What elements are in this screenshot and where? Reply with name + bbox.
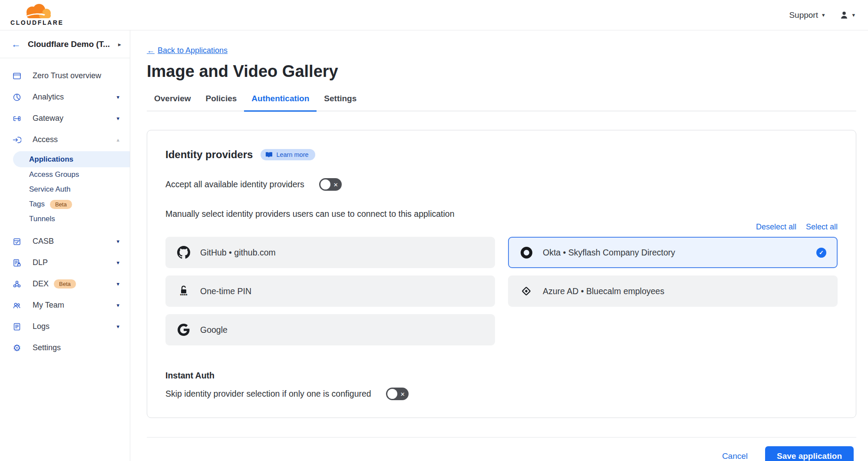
cloudflare-logo-text: CLOUDFLARE — [10, 19, 63, 26]
google-icon — [177, 324, 191, 336]
sidebar-item-applications[interactable]: Applications — [13, 151, 130, 167]
provider-label: Okta • Skyflash Company Directory — [543, 248, 675, 258]
deselect-all-link[interactable]: Deselect all — [756, 222, 796, 232]
toggle-x-icon: ✕ — [333, 181, 338, 188]
provider-label: GitHub • github.com — [200, 248, 276, 258]
account-name[interactable]: Cloudflare Demo (T... — [28, 40, 111, 49]
provider-label: Azure AD • Bluecalm employees — [543, 286, 664, 296]
accept-all-toggle[interactable]: ✕ — [319, 178, 342, 191]
cancel-button[interactable]: Cancel — [722, 451, 748, 461]
tab-authentication[interactable]: Authentication — [244, 94, 317, 112]
sidebar-item-tags[interactable]: Tags Beta — [0, 197, 130, 212]
sidebar-item-casb[interactable]: CASB ▾ — [0, 231, 130, 252]
beta-badge: Beta — [50, 200, 72, 209]
sidebar-header: ← Cloudflare Demo (T... ▸ — [0, 30, 130, 58]
instant-auth-title: Instant Auth — [165, 371, 838, 381]
identity-providers-card: Identity providers Learn more Accept all… — [147, 130, 856, 418]
chevron-down-icon: ▾ — [852, 12, 855, 18]
sidebar-item-my-team[interactable]: My Team ▾ — [0, 295, 130, 316]
sidebar-item-dex[interactable]: DEX Beta ▾ — [0, 273, 130, 295]
sidebar-item-tunnels[interactable]: Tunnels — [0, 212, 130, 226]
toggle-x-icon: ✕ — [400, 391, 405, 397]
sidebar-subitem-label: Applications — [29, 155, 73, 164]
chevron-right-icon[interactable]: ▸ — [118, 41, 121, 48]
azure-ad-icon — [519, 285, 533, 298]
support-menu[interactable]: Support ▾ — [789, 10, 825, 20]
svg-text:****: **** — [180, 293, 188, 298]
sidebar-item-logs[interactable]: Logs ▾ — [0, 316, 130, 337]
sidebar-item-service-auth[interactable]: Service Auth — [0, 182, 130, 197]
cloudflare-cloud-icon — [19, 4, 55, 19]
chevron-up-icon[interactable]: ▴ — [116, 136, 119, 143]
provider-azure-ad[interactable]: Azure AD • Bluecalm employees — [508, 275, 838, 307]
sidebar-item-access[interactable]: Access ▴ — [0, 129, 130, 150]
pie-chart-icon — [12, 93, 22, 102]
back-link-label: Back to Applications — [158, 46, 228, 55]
sidebar-subitem-label: Service Auth — [29, 185, 70, 194]
back-to-applications-link[interactable]: ← Back to Applications — [147, 46, 228, 55]
chevron-down-icon[interactable]: ▾ — [116, 259, 119, 266]
chevron-down-icon[interactable]: ▾ — [116, 94, 119, 100]
cloudflare-logo[interactable]: CLOUDFLARE — [10, 4, 63, 26]
sidebar-nav: Zero Trust overview Analytics ▾ — [0, 58, 130, 358]
sidebar-item-label: Zero Trust overview — [33, 71, 101, 80]
okta-icon — [519, 247, 533, 259]
sidebar-item-analytics[interactable]: Analytics ▾ — [0, 86, 130, 108]
accept-toggle-label: Accept all available identity providers — [165, 179, 304, 189]
sidebar-item-settings[interactable]: ⚙ Settings — [0, 337, 130, 358]
provider-google[interactable]: Google — [165, 314, 495, 345]
provider-one-time-pin[interactable]: **** One-time PIN — [165, 275, 495, 307]
top-bar: CLOUDFLARE Support ▾ ▾ — [0, 0, 868, 30]
chevron-down-icon[interactable]: ▾ — [116, 281, 119, 287]
select-all-link[interactable]: Select all — [806, 222, 838, 232]
sidebar-item-label: My Team — [33, 301, 64, 310]
sidebar-item-dlp[interactable]: DLP ▾ — [0, 252, 130, 273]
sidebar-item-label: Gateway — [33, 114, 63, 123]
sidebar: ← Cloudflare Demo (T... ▸ Zero Trust ove… — [0, 30, 130, 461]
provider-okta[interactable]: Okta • Skyflash Company Directory ✓ — [508, 237, 838, 268]
access-submenu: Applications Access Groups Service Auth … — [0, 150, 130, 231]
chevron-down-icon[interactable]: ▾ — [116, 302, 119, 308]
toggle-knob — [320, 179, 330, 189]
manual-select-text: Manually select identity providers users… — [165, 209, 838, 219]
user-icon — [839, 10, 849, 20]
doc-lines-icon — [12, 322, 22, 331]
back-arrow-icon[interactable]: ← — [11, 40, 21, 49]
one-time-pin-icon: **** — [177, 284, 191, 298]
toggle-knob — [387, 389, 397, 399]
sidebar-subitem-label: Tunnels — [29, 215, 55, 223]
card-heading: Identity providers — [165, 149, 253, 161]
learn-more-button[interactable]: Learn more — [261, 149, 315, 160]
tab-overview[interactable]: Overview — [147, 94, 198, 112]
save-application-button[interactable]: Save application — [765, 446, 854, 461]
provider-github[interactable]: GitHub • github.com — [165, 237, 495, 268]
footer-actions: Cancel Save application — [147, 438, 856, 461]
tab-policies[interactable]: Policies — [198, 94, 244, 112]
sidebar-item-label: DLP — [33, 258, 48, 267]
page-title: Image and Video Gallery — [147, 62, 856, 81]
gear-icon: ⚙ — [12, 343, 22, 352]
provider-grid: GitHub • github.com Okta • Skyflash Comp… — [165, 237, 838, 345]
sidebar-item-gateway[interactable]: Gateway ▾ — [0, 108, 130, 129]
user-menu[interactable]: ▾ — [839, 10, 855, 20]
learn-more-label: Learn more — [276, 151, 308, 158]
sidebar-item-label: DEX — [33, 279, 49, 289]
instant-auth-label: Skip identity provider selection if only… — [165, 389, 371, 399]
chevron-down-icon[interactable]: ▾ — [116, 323, 119, 330]
people-icon — [12, 301, 22, 310]
tab-settings[interactable]: Settings — [317, 94, 364, 112]
beta-badge: Beta — [54, 279, 76, 289]
chevron-down-icon[interactable]: ▾ — [116, 238, 119, 245]
sidebar-item-label: CASB — [33, 237, 54, 246]
sidebar-item-access-groups[interactable]: Access Groups — [0, 167, 130, 182]
sidebar-subitem-label: Access Groups — [29, 170, 79, 179]
provider-label: One-time PIN — [200, 286, 251, 296]
instant-auth-toggle[interactable]: ✕ — [386, 388, 409, 400]
chevron-down-icon[interactable]: ▾ — [116, 115, 119, 122]
main-content: ← Back to Applications Image and Video G… — [130, 30, 868, 461]
selected-check-icon: ✓ — [816, 248, 826, 258]
window-icon — [12, 72, 22, 80]
sidebar-item-label: Analytics — [33, 93, 64, 102]
sidebar-item-zero-trust-overview[interactable]: Zero Trust overview — [0, 65, 130, 86]
network-icon — [12, 280, 22, 289]
